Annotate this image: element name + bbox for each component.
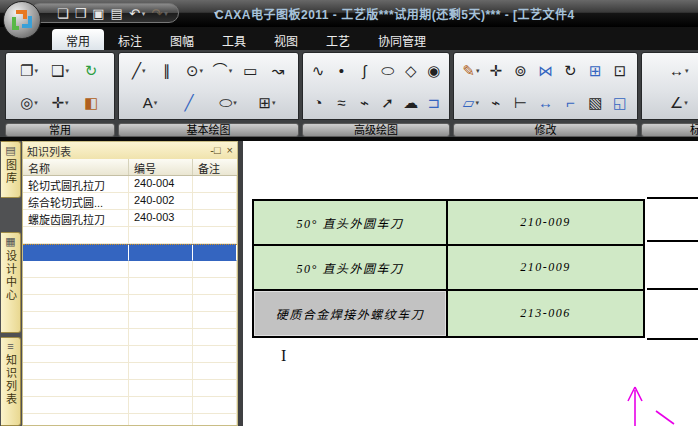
- dropdown-arrow-icon[interactable]: ▾: [65, 99, 69, 106]
- spline-icon[interactable]: ∿: [308, 57, 328, 83]
- function-curve-icon[interactable]: ∫: [354, 57, 374, 83]
- column-header-note[interactable]: 备注: [193, 159, 237, 175]
- array-icon[interactable]: ⊞: [585, 57, 605, 83]
- wave-line-icon[interactable]: ⌁: [354, 89, 374, 115]
- corner-icon[interactable]: ⌐: [560, 89, 580, 115]
- tool-name-cell[interactable]: 50° 直头外圆车刀: [254, 246, 448, 289]
- dropdown-arrow-icon[interactable]: ▾: [475, 99, 479, 106]
- detail-view-icon[interactable]: ◔: [308, 89, 328, 115]
- arrow-icon[interactable]: ➚: [378, 89, 398, 115]
- column-header-name[interactable]: 名称: [23, 159, 129, 175]
- point-icon[interactable]: •: [331, 57, 351, 83]
- list-row[interactable]: [23, 380, 237, 397]
- list-row[interactable]: [23, 414, 237, 425]
- new-icon[interactable]: ❏: [57, 7, 69, 20]
- formula-curve-icon[interactable]: ≈: [331, 89, 351, 115]
- table-cell-empty[interactable]: [647, 290, 698, 340]
- tool-name-cell[interactable]: 50° 直头外圆车刀: [254, 201, 448, 244]
- tab-gongyi[interactable]: 工艺: [312, 29, 364, 50]
- polyline-icon[interactable]: ↝: [268, 57, 288, 83]
- dropdown-arrow-icon[interactable]: ▾: [685, 67, 689, 74]
- dropdown-arrow-icon[interactable]: ▾: [34, 67, 38, 74]
- tool-code-cell[interactable]: 210-009: [448, 246, 643, 289]
- zoom-icon[interactable]: ◎▾: [19, 89, 39, 115]
- polygon-icon[interactable]: ◇: [401, 57, 421, 83]
- select-icon[interactable]: ▱▾: [461, 89, 481, 115]
- scale-icon[interactable]: ⊡: [610, 57, 630, 83]
- arc-icon[interactable]: ⌒▾: [212, 57, 232, 83]
- rectangle-icon[interactable]: ▭: [240, 57, 260, 83]
- datum-icon[interactable]: ∠▾: [669, 89, 689, 115]
- undo-icon[interactable]: ↶▾: [129, 7, 145, 20]
- tab-biaozhu[interactable]: 标注: [104, 29, 156, 50]
- shaft-icon[interactable]: ⊐: [424, 89, 444, 115]
- list-row[interactable]: [23, 329, 237, 346]
- dropdown-arrow-icon[interactable]: ▾: [272, 99, 276, 106]
- table-cell-empty[interactable]: [647, 199, 698, 242]
- circle-icon[interactable]: ⊙▾: [185, 57, 205, 83]
- line-icon[interactable]: ╱▾: [129, 57, 149, 83]
- list-row[interactable]: 轮切式圆孔拉刀240-004: [23, 176, 237, 193]
- list-row[interactable]: [23, 261, 237, 278]
- stretch-icon[interactable]: ↔: [536, 89, 556, 115]
- tangent-circle-icon[interactable]: ◉: [424, 57, 444, 83]
- dropdown-arrow-icon[interactable]: ▾: [476, 67, 480, 74]
- redo-icon[interactable]: ↷▾: [151, 7, 167, 20]
- block3d-icon[interactable]: ▧: [585, 89, 605, 115]
- mirror-icon[interactable]: ⋈: [536, 57, 556, 83]
- dropdown-arrow-icon[interactable]: ▾: [154, 99, 158, 106]
- ellipse-icon[interactable]: ⬭▾: [218, 89, 238, 115]
- pin-icon[interactable]: -□: [210, 145, 220, 156]
- sidebar-tab-zhishiliebiao[interactable]: ≡知识列表: [1, 337, 21, 426]
- sketch-line-icon[interactable]: ╱: [179, 89, 199, 115]
- save-icon[interactable]: ▣: [92, 7, 104, 20]
- list-row[interactable]: [23, 397, 237, 414]
- dropdown-arrow-icon[interactable]: ▾: [164, 10, 168, 17]
- table-cell-empty[interactable]: [647, 242, 698, 290]
- tool-name-cell[interactable]: 硬质合金焊接外螺纹车刀: [254, 291, 448, 336]
- dropdown-arrow-icon[interactable]: ▾: [34, 99, 38, 106]
- dropdown-arrow-icon[interactable]: ▾: [233, 99, 237, 106]
- dropdown-arrow-icon[interactable]: ▾: [142, 67, 146, 74]
- tool-code-cell[interactable]: 210-009: [448, 201, 643, 244]
- copy-offset-icon[interactable]: ⊚: [511, 57, 531, 83]
- list-row[interactable]: 螺旋齿圆孔拉刀240-003: [23, 210, 237, 227]
- list-row-selected[interactable]: [23, 244, 237, 261]
- print-icon[interactable]: ▤: [111, 7, 123, 20]
- revision-cloud-icon[interactable]: ☁: [401, 89, 421, 115]
- dropdown-arrow-icon[interactable]: ▾: [65, 67, 69, 74]
- sidebar-tab-tuku[interactable]: ▤图库: [1, 141, 21, 198]
- open-icon[interactable]: ❒: [75, 7, 87, 20]
- erase-icon[interactable]: ✎▾: [461, 57, 481, 83]
- copy-icon[interactable]: ❐▾: [19, 57, 39, 83]
- tab-tufu[interactable]: 图幅: [156, 29, 208, 50]
- dimension-icon[interactable]: ↔▾: [669, 57, 689, 83]
- extend-icon[interactable]: ⊢: [511, 89, 531, 115]
- list-row[interactable]: [23, 278, 237, 295]
- tab-xietongguanli[interactable]: 协同管理: [364, 29, 440, 50]
- ellipse2-icon[interactable]: ⬭: [378, 57, 398, 83]
- dropdown-arrow-icon[interactable]: ▾: [142, 10, 146, 17]
- pan-icon[interactable]: ✛▾: [50, 89, 70, 115]
- coordinates-icon[interactable]: ⊞▾: [257, 89, 277, 115]
- list-row[interactable]: [23, 363, 237, 380]
- trim-icon[interactable]: ⌁: [486, 89, 506, 115]
- paste-icon[interactable]: ❑▾: [50, 57, 70, 83]
- drawing-canvas[interactable]: 50° 直头外圆车刀210-00950° 直头外圆车刀210-009硬质合金焊接…: [243, 141, 698, 426]
- tab-gongju[interactable]: 工具: [208, 29, 260, 50]
- palette-icon[interactable]: ◧: [81, 89, 101, 115]
- move-icon[interactable]: ✛: [486, 57, 506, 83]
- refresh-icon[interactable]: ↻: [81, 57, 101, 83]
- parallel-lines-icon[interactable]: ∥: [157, 57, 177, 83]
- sidebar-tab-shejizhongxin[interactable]: ▦设计中心: [1, 232, 21, 333]
- column-header-code[interactable]: 编号: [129, 159, 193, 175]
- list-row[interactable]: [23, 295, 237, 312]
- list-row[interactable]: [23, 346, 237, 363]
- tab-shitu[interactable]: 视图: [260, 29, 312, 50]
- tab-changyong[interactable]: 常用: [52, 29, 104, 50]
- fillet-icon[interactable]: ◱: [610, 89, 630, 115]
- dropdown-arrow-icon[interactable]: ▾: [684, 99, 688, 106]
- dropdown-arrow-icon[interactable]: ▾: [229, 67, 233, 74]
- list-row[interactable]: [23, 227, 237, 244]
- tool-code-cell[interactable]: 213-006: [448, 291, 643, 336]
